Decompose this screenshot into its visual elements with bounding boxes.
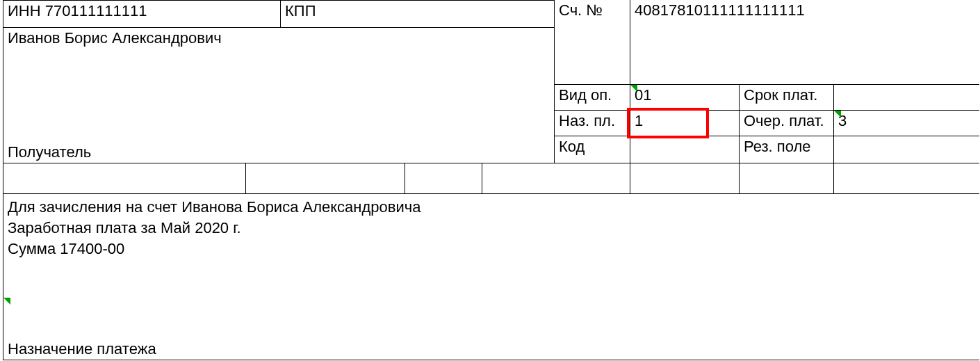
budget-cell-2 bbox=[245, 163, 405, 194]
naz-pl-label-cell: Наз. пл. bbox=[554, 110, 630, 136]
purpose-cell: Для зачисления на счет Иванова Бориса Ал… bbox=[3, 193, 979, 360]
purpose-label: Назначение платежа bbox=[8, 340, 156, 358]
srok-plat-value-cell bbox=[833, 84, 979, 111]
ocher-plat-label: Очер. плат. bbox=[744, 112, 824, 129]
budget-cell-5 bbox=[630, 163, 740, 194]
budget-cell-1 bbox=[3, 163, 246, 194]
account-value: 40817810111111111111 bbox=[635, 1, 805, 19]
srok-plat-label-cell: Срок плат. bbox=[739, 84, 834, 111]
srok-plat-label: Срок плат. bbox=[744, 86, 817, 104]
budget-cell-7 bbox=[833, 163, 979, 194]
rez-pole-label: Рез. поле bbox=[744, 138, 811, 155]
inn-cell: ИНН 770111111111 bbox=[3, 0, 281, 28]
vid-op-label-cell: Вид оп. bbox=[554, 84, 630, 111]
account-label-cell: Сч. № bbox=[554, 0, 630, 85]
account-label: Сч. № bbox=[559, 1, 603, 19]
kpp-cell: КПП bbox=[280, 0, 555, 28]
kod-label: Код bbox=[559, 138, 585, 155]
budget-cell-3 bbox=[405, 163, 482, 194]
purpose-line1: Для зачисления на счет Иванова Бориса Ал… bbox=[8, 198, 420, 216]
payer-name-cell: Иванов Борис Александрович Получатель bbox=[3, 27, 555, 163]
kpp-label: КПП bbox=[285, 2, 316, 19]
rez-pole-label-cell: Рез. поле bbox=[739, 136, 834, 163]
ocher-plat-value-cell: 3 bbox=[833, 110, 979, 136]
inn-label: ИНН bbox=[8, 2, 41, 19]
purpose-line3: Сумма 17400-00 bbox=[8, 240, 124, 258]
ocher-plat-label-cell: Очер. плат. bbox=[739, 110, 834, 136]
kod-value-cell bbox=[630, 136, 740, 163]
naz-pl-label: Наз. пл. bbox=[559, 112, 615, 129]
vid-op-value-cell: 01 bbox=[630, 84, 740, 111]
kod-label-cell: Код bbox=[554, 136, 630, 163]
payer-name: Иванов Борис Александрович bbox=[8, 29, 222, 47]
vid-op-value: 01 bbox=[635, 86, 651, 104]
naz-pl-value: 1 bbox=[635, 112, 643, 129]
inn-value: 770111111111 bbox=[45, 2, 147, 19]
budget-cell-6 bbox=[739, 163, 834, 194]
rez-pole-value-cell bbox=[833, 136, 979, 163]
budget-cell-4 bbox=[482, 163, 630, 194]
ocher-plat-value: 3 bbox=[838, 112, 847, 129]
naz-pl-value-cell: 1 bbox=[630, 110, 740, 136]
vid-op-label: Вид оп. bbox=[559, 86, 612, 104]
payer-role-label: Получатель bbox=[8, 143, 91, 161]
account-value-cell: 40817810111111111111 bbox=[630, 0, 979, 85]
purpose-line2: Заработная плата за Май 2020 г. bbox=[8, 219, 241, 237]
